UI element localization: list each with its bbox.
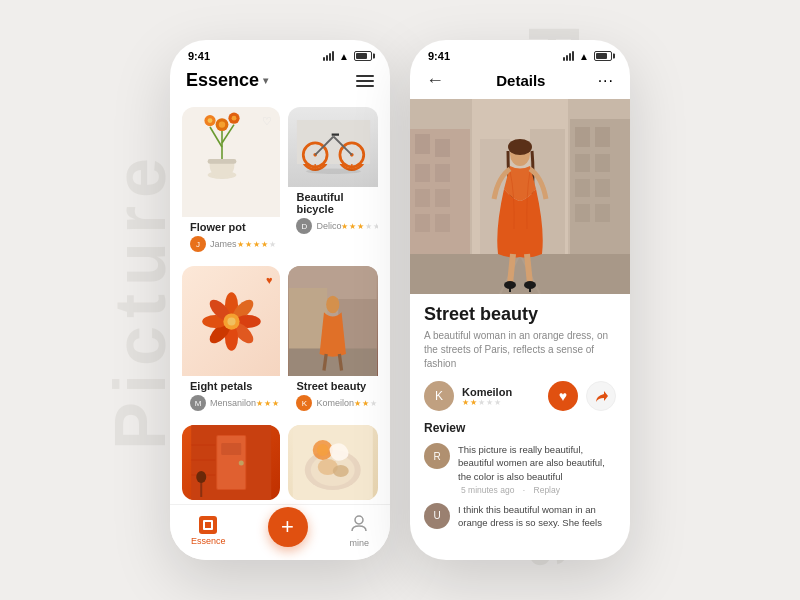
card-street-beauty-sm[interactable]: Street beauty K Komeilon ★ ★ ★ ★: [288, 266, 378, 417]
detail-main-title: Street beauty: [424, 304, 616, 325]
svg-point-56: [239, 461, 244, 466]
svg-line-51: [324, 354, 326, 371]
svg-rect-28: [297, 120, 370, 164]
food-svg: [288, 425, 378, 500]
svg-point-45: [227, 317, 235, 325]
reviewer-avatar-1: R: [424, 443, 450, 469]
svg-rect-86: [575, 179, 590, 197]
svg-rect-84: [575, 154, 590, 172]
author-avatar-street-sm: K: [296, 395, 312, 411]
street-image-sm: [288, 266, 378, 376]
back-button[interactable]: ←: [426, 70, 444, 91]
card-eight-petals[interactable]: Eight petals M Mensanilon ★ ★ ★ ★: [182, 266, 280, 417]
more-options-button[interactable]: ···: [598, 72, 614, 90]
review-reply-1[interactable]: Replay: [534, 485, 560, 495]
door-svg: [182, 425, 280, 500]
watermark-left: Picture: [99, 150, 181, 450]
status-bar-left: 9:41 ▲: [170, 40, 390, 66]
bicycle-image: [288, 107, 378, 187]
author-name-detail: Komeilon: [462, 386, 512, 398]
author-name-flower: James: [210, 239, 237, 249]
status-icons-right: ▲: [563, 51, 612, 62]
review-time-1: 5 minutes ago: [461, 485, 514, 495]
status-icons-left: ▲: [323, 51, 372, 62]
nav-item-mine[interactable]: mine: [349, 514, 369, 548]
chevron-down-icon: ▾: [263, 75, 268, 86]
svg-rect-88: [575, 204, 590, 222]
food-image: [288, 425, 378, 500]
card-food[interactable]: [288, 425, 378, 500]
review-text-2: I think this beautiful woman in an orang…: [458, 503, 616, 529]
svg-line-52: [340, 354, 342, 371]
signal-icon-right: [563, 51, 574, 61]
phone-right: 9:41 ▲ ← Details ···: [410, 40, 630, 560]
review-meta-1: 5 minutes ago · Replay: [458, 485, 616, 495]
like-button-flower[interactable]: ♡: [262, 115, 272, 128]
review-item-2: U I think this beautiful woman in an ora…: [424, 503, 616, 529]
review-text-block-1: This picture is really beautiful, beauti…: [458, 443, 616, 495]
like-button-petals[interactable]: ♥: [266, 274, 273, 286]
author-name-street-sm: Komeilon: [316, 398, 354, 408]
street-sm-svg: [288, 266, 378, 376]
author-stars-detail: ★ ★ ★ ★ ★: [462, 398, 512, 407]
author-avatar-flower: J: [190, 236, 206, 252]
like-button-detail[interactable]: ♥: [548, 381, 578, 411]
review-title: Review: [424, 421, 616, 435]
author-avatar-petals: M: [190, 395, 206, 411]
status-bar-right: 9:41 ▲: [410, 40, 630, 66]
detail-header: ← Details ···: [410, 66, 630, 99]
svg-rect-89: [595, 204, 610, 222]
battery-icon: [354, 51, 372, 61]
card-title-petals: Eight petals: [190, 380, 272, 392]
signal-icon: [323, 51, 334, 61]
mine-icon: [350, 514, 368, 536]
nav-label-essence: Essence: [191, 536, 226, 546]
svg-rect-90: [410, 254, 630, 294]
author-info: Komeilon ★ ★ ★ ★ ★: [462, 386, 512, 407]
author-name-petals: Mensanilon: [210, 398, 256, 408]
stars-petals: ★ ★ ★ ★ ★: [256, 399, 280, 408]
author-row-street-sm: K Komeilon: [296, 395, 354, 411]
card-info-petals: Eight petals M Mensanilon ★ ★ ★ ★: [182, 376, 280, 417]
phones-container: 9:41 ▲ Essence ▾: [170, 40, 630, 560]
share-button-detail[interactable]: [586, 381, 616, 411]
author-row-petals: M Mensanilon: [190, 395, 256, 411]
nav-item-essence[interactable]: Essence: [191, 516, 226, 546]
stars-bicycle: ★ ★ ★ ★ ★: [341, 222, 378, 231]
card-meta-bicycle: D Delico ★ ★ ★ ★ ★: [296, 218, 370, 234]
bottom-nav: Essence + mine: [170, 504, 390, 560]
card-meta-petals: M Mensanilon ★ ★ ★ ★ ★: [190, 395, 272, 411]
card-bicycle[interactable]: Beautiful bicycle D Delico ★ ★ ★ ★: [288, 107, 378, 258]
svg-line-99: [527, 254, 530, 284]
grid-row-2: Eight petals M Mensanilon ★ ★ ★ ★: [182, 266, 378, 417]
grid-row-3: [182, 425, 378, 500]
review-section: Review R This picture is really beautifu…: [424, 421, 616, 529]
author-avatar-bicycle: D: [296, 218, 312, 234]
svg-rect-57: [221, 443, 241, 455]
detail-description: A beautiful woman in an orange dress, on…: [424, 329, 616, 371]
svg-rect-1: [208, 159, 237, 164]
menu-button[interactable]: [356, 75, 374, 87]
grid-row-1: Flower pot J James ★ ★ ★ ★ ★: [182, 107, 378, 258]
review-text-block-2: I think this beautiful woman in an orang…: [458, 503, 616, 529]
svg-point-67: [333, 465, 349, 477]
stars-street-sm: ★ ★ ★ ★ ★: [354, 399, 378, 408]
detail-content: Street beauty A beautiful woman in an or…: [410, 294, 630, 529]
svg-rect-85: [595, 154, 610, 172]
svg-rect-76: [435, 164, 450, 182]
review-text-1: This picture is really beautiful, beauti…: [458, 443, 616, 483]
svg-point-69: [317, 444, 329, 456]
author-row-bicycle: D Delico: [296, 218, 341, 234]
nav-item-add[interactable]: +: [268, 507, 308, 555]
card-meta-street-sm: K Komeilon ★ ★ ★ ★ ★: [296, 395, 370, 411]
fab-add-button[interactable]: +: [268, 507, 308, 547]
app-title[interactable]: Essence ▾: [186, 70, 268, 91]
svg-point-8: [219, 121, 225, 127]
door-image: [182, 425, 280, 500]
card-orange-door[interactable]: [182, 425, 280, 500]
svg-rect-74: [435, 139, 450, 157]
share-icon: [594, 389, 608, 403]
card-flower-pot[interactable]: Flower pot J James ★ ★ ★ ★ ★: [182, 107, 280, 258]
wifi-icon: ▲: [339, 51, 349, 62]
detail-page-title: Details: [496, 72, 545, 89]
